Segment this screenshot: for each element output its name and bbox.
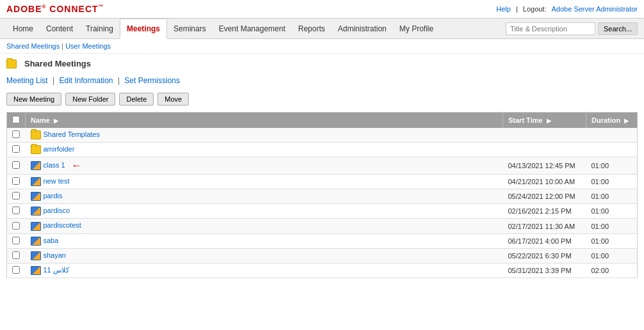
nav-content[interactable]: Content [40,19,79,38]
move-button[interactable]: Move [157,93,189,106]
row-name-cell: pardis [26,189,503,204]
table-row: کلاس 1105/31/2021 3:39 PM02:00 [7,263,638,278]
nav-meetings[interactable]: Meetings [120,19,167,39]
nav-administration[interactable]: Administration [332,19,393,38]
table-row: pardis05/24/2021 12:00 PM01:00 [7,189,638,204]
row-start-time: 06/17/2021 4:00 PM [503,233,586,248]
row-start-time: 05/31/2021 3:39 PM [503,263,586,278]
row-duration: 01:00 [586,189,638,204]
search-button[interactable]: Search... [598,22,638,35]
logo: ADOBE® CONNECT™ [6,4,104,14]
row-name-cell: amirfolder [26,143,503,157]
actions-bar: Meeting List | Edit Information | Set Pe… [0,74,644,90]
row-checkbox[interactable] [12,161,20,169]
select-all-checkbox[interactable] [12,116,20,123]
row-name-link[interactable]: Shared Templates [44,130,100,138]
row-checkbox[interactable] [12,222,20,230]
row-duration: 01:00 [586,219,638,233]
search-input[interactable] [506,22,595,35]
row-duration: 01:00 [586,175,638,189]
page-title: Shared Meetings [24,59,91,68]
start-time-sort-icon: ▶ [547,118,551,124]
row-start-time: 04/13/2021 12:45 PM [503,157,586,175]
row-checkbox[interactable] [12,237,20,244]
row-name-cell: new test [26,175,503,189]
table-row: new test04/21/2021 10:00 AM01:00 [7,175,638,189]
row-name-link[interactable]: کلاس 11 [44,266,69,274]
row-name-cell: Shared Templates [26,128,503,143]
breadcrumb-shared-meetings[interactable]: Shared Meetings [6,42,60,50]
table-row: shayan05/22/2021 6:30 PM01:00 [7,248,638,263]
duration-sort-icon: ▶ [624,118,629,124]
logout-label: Logout: [523,5,547,13]
meeting-icon [31,207,41,216]
meeting-list-link[interactable]: Meeting List [6,76,48,85]
row-duration [586,143,638,157]
table-header-row: Name ▶ Start Time ▶ Duration ▶ [7,113,638,129]
meeting-icon [31,177,41,186]
row-checkbox[interactable] [12,192,20,200]
row-name-link[interactable]: new test [44,177,70,185]
table-row: amirfolder [7,143,638,157]
row-name-link[interactable]: pardis [44,192,63,200]
row-duration: 02:00 [586,263,638,278]
row-name-cell: saba [26,233,503,248]
nav-event-management[interactable]: Event Management [213,19,292,38]
row-name-link[interactable]: pardisco [44,207,70,214]
folder-icon [31,145,41,154]
table-row: pardiscotest02/17/2021 11:30 AM01:00 [7,219,638,233]
nav-training[interactable]: Training [79,19,120,38]
separator: | [516,5,518,13]
table-row: saba06/17/2021 4:00 PM01:00 [7,233,638,248]
meeting-icon [31,161,41,170]
set-permissions-link[interactable]: Set Permissions [124,76,180,85]
nav-home[interactable]: Home [6,19,40,38]
row-duration: 01:00 [586,233,638,248]
row-start-time: 05/22/2021 6:30 PM [503,248,586,263]
row-checkbox[interactable] [12,251,20,259]
user-link[interactable]: Adobe Server Administrator [551,5,638,13]
row-duration: 01:00 [586,248,638,263]
row-duration: 01:00 [586,157,638,175]
table-row: Shared Templates [7,128,638,143]
header-duration[interactable]: Duration ▶ [586,113,638,129]
row-start-time [503,143,586,157]
row-name-link[interactable]: saba [44,237,59,244]
edit-information-link[interactable]: Edit Information [60,76,113,85]
breadcrumb: Shared Meetings | User Meetings [0,39,644,54]
search-area: Search... [506,22,638,35]
header-start-time[interactable]: Start Time ▶ [503,113,586,129]
row-start-time: 02/16/2021 2:15 PM [503,204,586,219]
row-checkbox[interactable] [12,177,20,185]
shared-meetings-folder-icon [6,59,17,68]
row-checkbox[interactable] [12,207,20,214]
nav-reports[interactable]: Reports [292,19,332,38]
header: ADOBE® CONNECT™ Help | Logout: Adobe Ser… [0,0,644,19]
content-table: Name ▶ Start Time ▶ Duration ▶ Shared Te… [6,112,638,278]
meeting-icon [31,222,41,231]
row-name-link[interactable]: pardiscotest [44,221,81,229]
nav-seminars[interactable]: Seminars [167,19,213,38]
table-body: Shared Templatesamirfolderclass 1 ←04/13… [7,128,638,278]
row-checkbox[interactable] [12,130,20,138]
new-folder-button[interactable]: New Folder [65,93,115,106]
name-sort-icon: ▶ [54,118,58,124]
help-link[interactable]: Help [496,5,511,13]
row-name-cell: class 1 ← [26,157,503,175]
delete-button[interactable]: Delete [119,93,154,106]
row-name-link[interactable]: class 1 [44,161,65,169]
row-checkbox[interactable] [12,266,20,274]
nav-bar: Home Content Training Meetings Seminars … [0,19,644,39]
new-meeting-button[interactable]: New Meeting [6,93,61,106]
folder-icon [31,130,41,139]
nav-my-profile[interactable]: My Profile [393,19,440,38]
row-name-link[interactable]: shayan [44,251,66,259]
breadcrumb-user-meetings[interactable]: User Meetings [65,42,111,50]
row-name-cell: shayan [26,248,503,263]
row-name-link[interactable]: amirfolder [44,145,75,153]
meeting-icon [31,192,41,201]
row-checkbox[interactable] [12,145,20,153]
page-title-area: Shared Meetings [0,54,644,74]
header-name[interactable]: Name ▶ [26,113,503,129]
action-separator-1: | [52,76,56,85]
